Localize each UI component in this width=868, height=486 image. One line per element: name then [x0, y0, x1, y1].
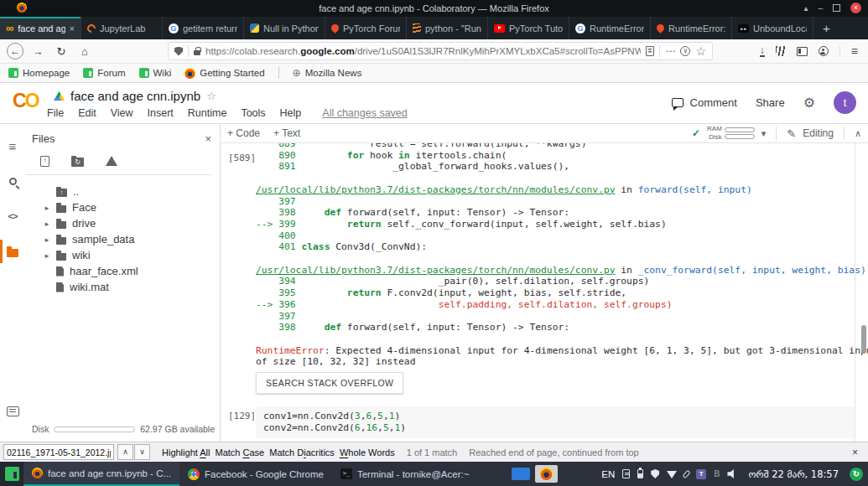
home-button[interactable]: ⌂ — [75, 42, 94, 60]
share-button[interactable]: Share — [756, 96, 785, 109]
search-icon[interactable] — [0, 173, 25, 189]
reader-view-icon[interactable] — [646, 46, 654, 56]
start-menu-button[interactable] — [0, 462, 23, 486]
folder-item[interactable]: ▸drive — [44, 215, 220, 231]
url-text[interactable]: https://colab.research.google.com/drive/… — [205, 46, 641, 56]
code-snippets-icon[interactable]: <> — [0, 208, 25, 225]
bluetooth-icon[interactable]: B — [714, 469, 720, 478]
teams-icon[interactable]: T — [696, 469, 706, 479]
paperclip-icon[interactable] — [683, 469, 691, 478]
battery-icon[interactable] — [637, 469, 643, 478]
table-of-contents-icon[interactable]: ≡ — [0, 137, 25, 154]
bookmark-item[interactable]: Getting Started — [185, 68, 264, 79]
reload-button[interactable]: ↻ — [52, 42, 70, 60]
menu-item-edit[interactable]: Edit — [78, 107, 96, 119]
file-item[interactable]: wiki.mat — [44, 279, 220, 295]
folder-item[interactable]: ▸wiki — [44, 247, 220, 263]
library-icon[interactable] — [776, 46, 786, 56]
find-next-button[interactable]: ∨ — [134, 444, 150, 460]
resources-indicator[interactable]: RAMDisk — [707, 126, 755, 141]
browser-tab[interactable]: GRuntimeError: — [569, 17, 651, 39]
clock[interactable]: ორშ 22 მარ, 18:57 — [748, 468, 839, 480]
notebook-title[interactable]: face and age cnn.ipynb — [70, 89, 200, 103]
menu-item-file[interactable]: File — [47, 107, 64, 119]
menu-item-runtime[interactable]: Runtime — [188, 107, 227, 119]
volume-icon[interactable] — [727, 469, 737, 479]
back-button[interactable]: ← — [7, 43, 23, 59]
browser-tab[interactable]: RuntimeError: — [651, 17, 732, 39]
find-input[interactable] — [3, 444, 114, 460]
avatar[interactable]: t — [834, 91, 856, 114]
account-icon[interactable] — [819, 46, 829, 56]
gear-icon[interactable]: ⚙ — [803, 96, 815, 110]
resources-dropdown-icon[interactable]: ▾ — [761, 128, 767, 139]
browser-tab[interactable]: Null in Python: — [244, 17, 325, 39]
taskbar-task[interactable]: face and age cnn.ipynb - C... — [23, 462, 179, 486]
eject-icon[interactable]: ▴ — [803, 3, 808, 13]
refresh-files-icon[interactable]: ↻ — [71, 158, 84, 167]
keyboard-preview-icon[interactable] — [512, 468, 530, 480]
browser-tab[interactable]: ●●UnboundLocal — [732, 17, 813, 39]
menu-item-view[interactable]: View — [111, 107, 133, 119]
collapse-toolbar-icon[interactable]: ∧ — [855, 128, 861, 139]
tab-close-icon[interactable]: × — [70, 23, 75, 34]
menu-item-help[interactable]: Help — [280, 107, 302, 119]
language-indicator[interactable]: EN — [601, 469, 615, 479]
bookmark-item[interactable]: Homepage — [8, 68, 70, 78]
downloads-icon[interactable]: ↓ — [760, 46, 765, 57]
pocket-icon[interactable]: ∨ — [680, 46, 690, 56]
close-button[interactable]: × — [850, 3, 861, 13]
bookmark-star-icon[interactable]: ☆ — [695, 45, 706, 57]
browser-tab[interactable]: ∞face and ag× — [0, 17, 81, 39]
scrollbar-thumb[interactable] — [861, 325, 866, 354]
search-stackoverflow-button[interactable]: SEARCH STACK OVERFLOW — [256, 372, 403, 394]
taskbar-task[interactable]: Facebook - Google Chrome — [179, 462, 332, 486]
sidebar-toggle-icon[interactable] — [797, 47, 808, 56]
folder-item[interactable]: ▸sample_data — [44, 231, 220, 247]
find-toggle[interactable]: Highlight All — [162, 447, 211, 458]
upload-file-icon[interactable]: ↑ — [40, 156, 49, 167]
terminal-icon[interactable] — [0, 406, 25, 416]
page-actions-icon[interactable]: ⋯ — [665, 46, 675, 56]
menu-item-insert[interactable]: Insert — [148, 107, 174, 119]
browser-tab[interactable]: PyTorch Forum — [325, 17, 407, 39]
find-toggle[interactable]: Match Diacritics — [269, 447, 335, 458]
comment-button[interactable]: Comment — [672, 96, 737, 109]
mount-drive-icon[interactable] — [106, 156, 117, 166]
taskbar-task[interactable]: >_Terminal - tornike@Acer:~ — [332, 462, 477, 486]
new-tab-button[interactable]: + — [813, 17, 839, 39]
find-toggle[interactable]: Whole Words — [340, 447, 395, 458]
add-code-button[interactable]: + Code — [227, 127, 260, 139]
autosave-status[interactable]: All changes saved — [322, 107, 407, 119]
notes-icon[interactable] — [622, 469, 630, 478]
folder-item[interactable]: ↑.. — [44, 184, 220, 199]
security-icon[interactable] — [651, 469, 659, 478]
files-icon[interactable] — [0, 243, 25, 260]
update-icon[interactable]: ↻ — [850, 468, 863, 481]
bookmark-item[interactable]: ⊕Mozilla News — [293, 68, 362, 78]
add-text-button[interactable]: + Text — [273, 127, 300, 139]
forward-button[interactable]: → — [29, 42, 47, 60]
wifi-icon[interactable] — [667, 471, 677, 478]
browser-tab[interactable]: PyTorch Tutori — [488, 17, 569, 39]
maximize-button[interactable] — [833, 4, 840, 12]
editing-mode-button[interactable]: Editing — [803, 127, 834, 139]
colab-logo[interactable]: CO — [13, 90, 39, 112]
find-toggle[interactable]: Match Case — [216, 447, 265, 458]
code-editor[interactable]: conv1=nn.Conv2d(3,6,5,1)conv2=nn.Conv2d(… — [256, 406, 855, 438]
bookmark-item[interactable]: Forum — [83, 68, 125, 78]
minimize-button[interactable]: – — [818, 3, 823, 13]
find-close-icon[interactable]: × — [852, 447, 865, 458]
browser-tab[interactable]: JupyterLab — [81, 17, 163, 39]
files-close-icon[interactable]: × — [205, 132, 211, 145]
url-bar[interactable]: https://colab.research.google.com/drive/… — [168, 42, 713, 60]
file-item[interactable]: haar_face.xml — [44, 263, 220, 279]
firefox-window-button[interactable] — [535, 465, 558, 483]
folder-item[interactable]: ▸Face — [44, 199, 220, 215]
browser-tab[interactable]: python - "Runt — [407, 17, 488, 39]
scrollbar-track[interactable] — [855, 143, 863, 442]
menu-item-tools[interactable]: Tools — [241, 107, 265, 119]
tracking-shield-icon[interactable] — [174, 47, 183, 56]
find-previous-button[interactable]: ∧ — [117, 444, 133, 460]
menu-icon[interactable]: ≡ — [851, 45, 858, 57]
